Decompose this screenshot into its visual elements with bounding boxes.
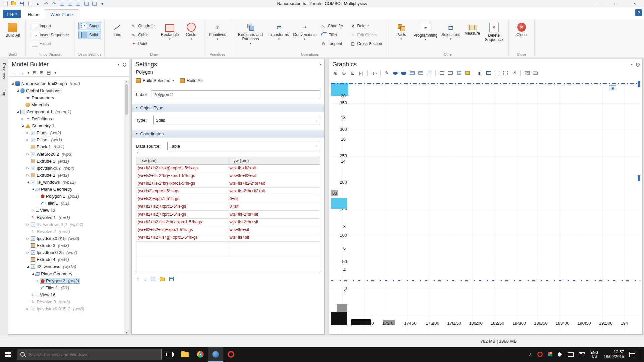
move-down-button[interactable]: ↓ [144, 276, 147, 282]
window-2-icon[interactable] [447, 69, 454, 77]
tree-node-nanoreactor-trail2-mph[interactable]: ◢Nanoreactor_trail2.mph(root) [8, 80, 124, 87]
label-input[interactable] [151, 90, 320, 98]
programming-button[interactable]: Programming▾ [412, 21, 439, 42]
color-grid-icon[interactable] [548, 352, 553, 357]
rectangle-button[interactable]: Rectangle▾ [159, 21, 180, 41]
zoom-out-icon[interactable]: ⊖ [341, 69, 347, 77]
table-cell[interactable]: wts+lls-2*br+sit [228, 211, 320, 218]
table-cell[interactable]: 0+sit [228, 203, 320, 210]
zoom-in-icon[interactable]: ⊕ [332, 69, 339, 77]
open-button[interactable] [11, 1, 17, 7]
comsol-taskbar-button[interactable] [208, 347, 223, 362]
tree-node-parameters[interactable]: Parameters [8, 94, 124, 101]
edit-object-button[interactable]: Edit Object [347, 31, 385, 39]
build-all-button[interactable]: Build All [3, 21, 22, 39]
tree-node-component-1[interactable]: ◢Component 1(comp1) [8, 108, 124, 115]
copy-button[interactable] [59, 1, 65, 7]
expanded-arrow-icon[interactable]: ◢ [31, 272, 35, 275]
tree-node-block-1[interactable]: Block 1(blk1) [8, 143, 124, 150]
table-cell[interactable]: wts+lls-2*br+lt2+sit [228, 188, 320, 195]
table-cell[interactable]: wts+lls+sit [228, 234, 320, 241]
tab-work-plane[interactable]: Work Plane [45, 9, 78, 20]
load-from-file-button[interactable] [160, 276, 165, 282]
tangent-button[interactable]: Tangent [318, 40, 346, 48]
notification-center-icon[interactable] [629, 352, 635, 357]
table-cell[interactable]: wts+lls+lt2+sit [228, 172, 320, 180]
floating-view-button[interactable]: ▣ [609, 85, 616, 91]
data-source-select[interactable]: Table ⌄ [167, 142, 320, 150]
table-corner-icon[interactable]: » [137, 150, 139, 154]
filled-rounded-rect-icon[interactable] [400, 69, 407, 77]
image-snapshot-icon[interactable] [524, 69, 530, 77]
quadratic-button[interactable]: Quadratic [128, 22, 158, 30]
tree-node-extrude-3[interactable]: Extrude 3(ext3) [8, 242, 124, 249]
toolbar-options-button[interactable]: ▾ [99, 1, 105, 7]
print-icon[interactable] [532, 69, 539, 77]
table-row[interactable]: (wr+lt2+ls2)+xprc1-5*ls-gswts+lls-2*br+s… [136, 211, 320, 219]
table-cell[interactable]: (wr+lt2+ls2)+xprc1-5*ls-gs [136, 211, 228, 218]
collapsed-arrow-icon[interactable]: ▷ [31, 209, 35, 212]
tree-node-materials[interactable]: Materials [8, 101, 124, 108]
minimize-button[interactable]: — [588, 0, 606, 7]
paste-button[interactable] [67, 1, 73, 7]
tree-scrollbar[interactable]: ▴ ▾ [124, 80, 129, 334]
table-cell[interactable]: 0+sit [228, 195, 320, 203]
table-row[interactable]: (wr+ls2+lls-2*br)+xprc1-5*ls-gswts+lls+l… [136, 180, 320, 188]
table-cell[interactable]: (wr+lt2+ls2+lls)+xprc1-5*ls-gs [136, 226, 228, 234]
tree-node-view-13[interactable]: ▷View 13 [8, 207, 124, 214]
start-button[interactable] [0, 347, 16, 362]
collapsed-arrow-icon[interactable]: ▷ [25, 237, 30, 240]
touch-keyboard-icon[interactable] [579, 352, 585, 356]
tree-node-extrude-1[interactable]: Extrude 1(ext1) [8, 158, 124, 165]
delete-sequence-button[interactable]: Delete Sequence [483, 21, 505, 43]
tree-node-polygon-2[interactable]: ▷Polygon 2(pol2) [8, 277, 124, 284]
booleans-and-partitions-button[interactable]: Booleans and Partitions▾ [235, 21, 266, 46]
run-button[interactable]: ▸ [35, 1, 41, 7]
table-cell[interactable]: (wr+lt2+ls2+lls-2*br)+xprc1-5*ls-gs [136, 219, 228, 226]
insert-sequence-button[interactable]: Insert Sequence [29, 31, 71, 39]
table-row-empty[interactable] [136, 249, 320, 257]
collapsed-arrow-icon[interactable]: ▷ [20, 117, 25, 120]
import-button[interactable]: Import [29, 22, 71, 30]
tree-node-revolve-1[interactable]: Revolve 1(rev1) [8, 214, 124, 221]
table-cell[interactable] [228, 242, 320, 249]
tree-node-plugs[interactable]: ▷Plugs(wp2) [8, 129, 124, 136]
table-cell[interactable]: (wr+ls2+lls-2*br)+xprc1-5*ls-gs [136, 172, 228, 180]
panel-menu-icon[interactable]: ▾ [320, 63, 322, 66]
forward-icon[interactable]: → [19, 70, 24, 75]
table-cell[interactable] [136, 242, 228, 249]
tree-node-plane-geometry[interactable]: ◢Plane Geometry [8, 186, 124, 193]
tree-node-ipcvdsinx0-7[interactable]: ▷Ipcvdsinx0.7(wp4) [8, 165, 124, 172]
taskbar-search[interactable] [17, 349, 162, 360]
search-input[interactable] [28, 352, 158, 357]
properties-button[interactable] [91, 1, 97, 7]
pin-icon[interactable] [635, 62, 641, 67]
filled-ellipse-icon[interactable] [392, 69, 399, 77]
table-cell[interactable]: (wr+lt2+ls2+lls+g)+xprc1-5*ls-gs [136, 165, 228, 172]
tree-node-lt2-windows[interactable]: ◢lt2_windows(wp15) [8, 263, 124, 270]
table-row[interactable]: (wr+lt2+ls2+lls)+xprc1-5*ls-gswts+lls+si… [136, 226, 320, 234]
collapsed-arrow-icon[interactable]: ▷ [25, 167, 30, 170]
collapsed-arrow-icon[interactable]: ▷ [25, 138, 30, 141]
table-cell[interactable]: wts+lls+lt2-2*br+sit [228, 180, 320, 187]
close-button[interactable]: × [625, 0, 644, 7]
collapsed-arrow-icon[interactable]: ▷ [25, 223, 30, 226]
solid-toggle-button[interactable]: Solid [78, 31, 101, 39]
expanded-arrow-icon[interactable]: ◢ [25, 181, 30, 184]
striped-rect-icon[interactable] [409, 69, 416, 77]
export-button[interactable]: Export [29, 40, 71, 48]
diagonal-line-icon[interactable] [426, 69, 432, 77]
coordinates-section-header[interactable]: ▾ Coordinates [132, 130, 324, 138]
back-icon[interactable]: ← [12, 70, 16, 75]
pin-icon[interactable] [122, 62, 127, 67]
collapsed-arrow-icon[interactable]: ▷ [25, 131, 30, 134]
scroll-up-icon[interactable]: ▴ [126, 80, 127, 83]
tree-node-fillet-1[interactable]: Fillet 1(fil1) [8, 200, 124, 207]
tree-node-lls-windows-1-2[interactable]: ▷lls_windows 1.2(wp14) [8, 221, 124, 228]
scroll-down-icon[interactable]: ▾ [126, 331, 127, 334]
table-row[interactable]: (wr+lt2+ls2+lls+g)+xprc1-5*ls-gswts+lls+… [136, 165, 320, 172]
tree-node-extrude-2[interactable]: ▷Extrude 2(ext2) [8, 172, 124, 179]
graphics-plot-area[interactable]: 350300250200150100500-502018161410864217… [331, 81, 640, 331]
tree-node-lls-windows[interactable]: ◢lls_windows(wp12) [8, 179, 124, 186]
show-desktop-button[interactable] [641, 347, 643, 362]
